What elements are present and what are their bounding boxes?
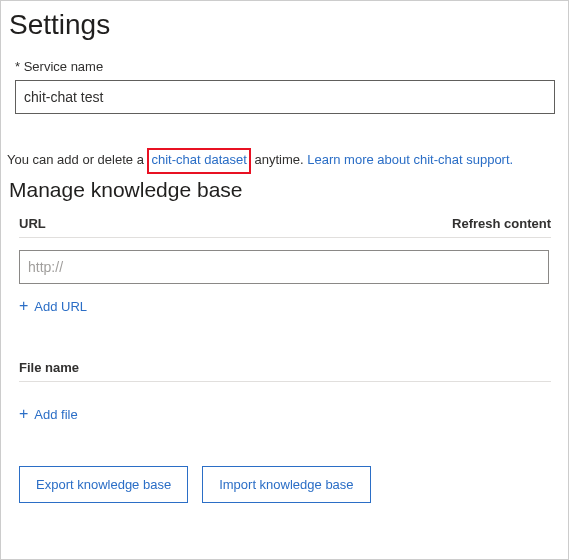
url-input[interactable] [19, 250, 549, 284]
file-name-column-header: File name [19, 360, 79, 375]
chit-chat-helper-text: You can add or delete a chit-chat datase… [7, 148, 556, 174]
learn-more-link[interactable]: Learn more about chit-chat support. [307, 152, 513, 167]
chit-chat-dataset-link[interactable]: chit-chat dataset [151, 152, 246, 167]
add-url-label: Add URL [34, 299, 87, 314]
helper-prefix: You can add or delete a [7, 152, 147, 167]
import-kb-button[interactable]: Import knowledge base [202, 466, 370, 503]
url-column-header: URL [19, 216, 46, 231]
plus-icon: + [19, 298, 28, 314]
refresh-content-column-header: Refresh content [452, 216, 551, 231]
manage-kb-heading: Manage knowledge base [9, 178, 556, 202]
export-kb-button[interactable]: Export knowledge base [19, 466, 188, 503]
add-file-button[interactable]: + Add file [19, 406, 78, 422]
add-file-label: Add file [34, 407, 77, 422]
service-name-label: Service name [15, 59, 556, 74]
plus-icon: + [19, 406, 28, 422]
service-name-input[interactable] [15, 80, 555, 114]
add-url-button[interactable]: + Add URL [19, 298, 87, 314]
page-title: Settings [9, 9, 556, 41]
helper-middle: anytime. [251, 152, 307, 167]
